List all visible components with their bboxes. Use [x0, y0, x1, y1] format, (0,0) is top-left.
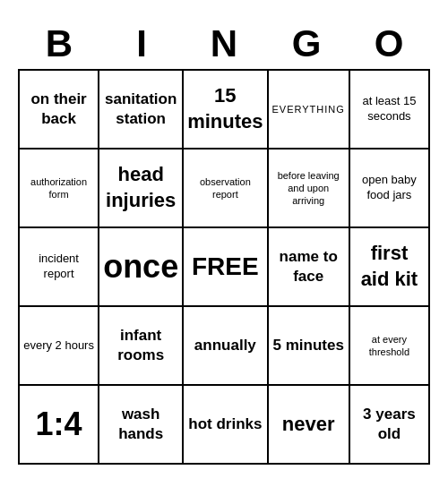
letter-n: N [185, 22, 263, 65]
cell-text-19: at every threshold [354, 333, 425, 359]
bingo-cell-17: annually [184, 307, 268, 386]
bingo-cell-0: on their back [20, 71, 99, 150]
bingo-grid: on their backsanitation station15 minute… [18, 69, 430, 465]
cell-text-10: incident report [23, 252, 94, 282]
cell-text-21: wash hands [103, 405, 178, 444]
cell-text-9: open baby food jars [354, 173, 425, 203]
bingo-cell-18: 5 minutes [269, 307, 350, 386]
cell-text-12: FREE [192, 251, 259, 283]
bingo-title: B I N G O [18, 22, 430, 65]
cell-text-17: annually [194, 336, 256, 355]
cell-text-14: first aid kit [354, 241, 425, 292]
bingo-cell-13: name to face [269, 228, 350, 307]
bingo-cell-16: infant rooms [99, 307, 184, 386]
bingo-cell-11: once [99, 228, 184, 307]
bingo-cell-23: never [269, 386, 350, 465]
bingo-cell-7: observation report [184, 150, 268, 228]
cell-text-5: authorization form [23, 175, 94, 201]
bingo-cell-15: every 2 hours [20, 307, 99, 386]
bingo-cell-10: incident report [20, 228, 99, 307]
cell-text-15: every 2 hours [23, 338, 94, 354]
cell-text-11: once [103, 246, 178, 288]
cell-text-24: 3 years old [354, 405, 425, 444]
cell-text-4: at least 15 seconds [354, 94, 425, 124]
bingo-cell-21: wash hands [99, 386, 184, 465]
letter-g: G [267, 22, 346, 65]
cell-text-3: EVERYTHING [272, 103, 345, 115]
bingo-cell-9: open baby food jars [350, 150, 430, 228]
cell-text-20: 1:4 [36, 404, 82, 446]
cell-text-7: observation report [187, 175, 263, 201]
bingo-cell-6: head injuries [99, 150, 184, 228]
cell-text-8: before leaving and upon arriving [272, 169, 345, 208]
bingo-cell-14: first aid kit [350, 228, 430, 307]
bingo-cell-20: 1:4 [20, 386, 99, 465]
bingo-cell-1: sanitation station [99, 71, 184, 150]
cell-text-23: never [282, 412, 335, 438]
bingo-cell-12: FREE [184, 228, 268, 307]
cell-text-0: on their back [23, 90, 94, 129]
cell-text-13: name to face [272, 247, 345, 286]
bingo-cell-5: authorization form [20, 150, 99, 228]
letter-b: B [20, 22, 99, 65]
bingo-cell-8: before leaving and upon arriving [269, 150, 350, 228]
letter-o: O [349, 22, 428, 65]
bingo-cell-3: EVERYTHING [269, 71, 350, 150]
cell-text-22: hot drinks [188, 414, 262, 434]
letter-i: I [102, 22, 181, 65]
bingo-card: B I N G O on their backsanitation statio… [9, 13, 439, 474]
bingo-cell-4: at least 15 seconds [350, 71, 430, 150]
cell-text-6: head injuries [103, 162, 178, 213]
bingo-cell-22: hot drinks [184, 386, 268, 465]
bingo-cell-19: at every threshold [350, 307, 430, 386]
cell-text-16: infant rooms [103, 326, 178, 365]
cell-text-18: 5 minutes [273, 336, 344, 355]
cell-text-1: sanitation station [103, 90, 178, 129]
bingo-cell-2: 15 minutes [184, 71, 268, 150]
bingo-cell-24: 3 years old [350, 386, 430, 465]
cell-text-2: 15 minutes [187, 83, 263, 134]
